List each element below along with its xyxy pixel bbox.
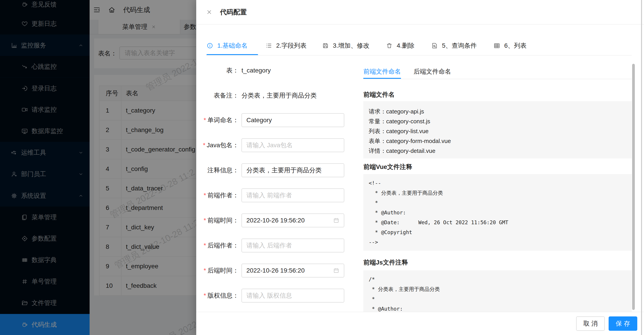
input-value: 2022-10-26 19:56:20	[246, 267, 305, 274]
drawer-title: 代码配置	[220, 0, 247, 24]
file-name-item: 列表：category-list.vue	[369, 126, 632, 136]
close-icon	[206, 9, 212, 15]
file-value: category-api.js	[386, 108, 424, 115]
required-asterisk: *	[203, 142, 206, 149]
calendar-icon	[333, 217, 339, 224]
input-placeholder: 请输入 后端作者	[246, 241, 292, 250]
step-tab-2[interactable]: 2.字段列表	[266, 37, 306, 54]
section-heading: 前端Vue文件注释	[363, 162, 412, 171]
step-label: 2.字段列表	[276, 41, 306, 50]
drawer-footer: 取 消 保 存	[196, 312, 644, 335]
steps-divider	[206, 55, 632, 55]
panel-tab-0[interactable]: 前端文件命名	[363, 64, 401, 79]
input-placeholder: 请输入 前端作者	[246, 191, 292, 200]
form-field-row: 注释信息： 分类表，主要用于商品分类	[196, 163, 353, 177]
form-label: *前端作者：	[197, 188, 239, 202]
form-label: *前端时间：	[197, 214, 239, 227]
cancel-button[interactable]: 取 消	[576, 317, 605, 331]
form-field-row: *单词命名： Category	[196, 113, 353, 127]
form-field-row: *Java包名： 请输入 Java包名	[196, 138, 353, 152]
file-name-item: 详情：category-detail.vue	[369, 146, 632, 156]
text-input-1[interactable]: 请输入 Java包名	[242, 138, 344, 152]
step-label: 3.增加、修改	[333, 41, 370, 50]
file-value: category-detail.vue	[386, 147, 436, 154]
static-value: 分类表，主要用于商品分类	[242, 89, 317, 102]
drawer-mask[interactable]	[0, 0, 196, 335]
input-value: 分类表，主要用于商品分类	[246, 166, 322, 175]
drawer-code-config: 代码配置 1.基础命名 2.字段列表 3.增加、修改 4.删除 5、查询条件 6…	[196, 0, 644, 335]
form-field-row: *前端作者： 请输入 前端作者	[196, 188, 353, 202]
calendar-icon	[333, 267, 339, 274]
required-asterisk: *	[204, 117, 206, 123]
file-value: category-list.vue	[386, 128, 428, 135]
input-value: Category	[246, 117, 272, 124]
text-input-7[interactable]: 请输入 版权信息	[242, 289, 344, 303]
step-label: 6、列表	[504, 41, 526, 50]
drawer-header: 代码配置	[196, 0, 644, 25]
input-placeholder: 请输入 版权信息	[246, 291, 292, 300]
input-value: 2022-10-26 19:56:20	[246, 217, 305, 224]
input-placeholder: 请输入 Java包名	[246, 141, 293, 149]
code-text: <!-- * 分类表，主要用于商品分类 * * @Author: * @Date…	[363, 174, 632, 247]
text-input-0[interactable]: Category	[242, 113, 344, 127]
form-static-row: 表： t_category	[196, 63, 353, 77]
required-asterisk: *	[204, 242, 206, 249]
file-label: 列表：	[369, 127, 386, 135]
panel-tab-1[interactable]: 后端文件命名	[414, 64, 451, 79]
form-static-row: 表备注： 分类表，主要用于商品分类	[196, 89, 353, 102]
table-icon	[494, 42, 500, 49]
section-heading: 前端Js文件注释	[363, 258, 408, 267]
app-root: 代码生成 菜单管理 参数配置 表名： 请输入表名关键字 序号 表名 1 t_ca…	[0, 0, 644, 335]
date-picker-4[interactable]: 2022-10-26 19:56:20	[242, 214, 344, 227]
text-input-5[interactable]: 请输入 后端作者	[242, 239, 344, 252]
drawer-scrollbar-thumb[interactable]	[632, 64, 635, 310]
page-scrollbar[interactable]	[641, 0, 642, 335]
form-field-row: *前端时间： 2022-10-26 19:56:20	[196, 214, 353, 227]
file-label: 表单：	[369, 137, 386, 145]
form-field-row: *后端作者： 请输入 后端作者	[196, 239, 353, 252]
form-label: *后端时间：	[197, 264, 239, 278]
file-name-list: 请求：category-api.js常量：category-const.js列表…	[363, 101, 632, 158]
file-name-item: 常量：category-const.js	[369, 116, 632, 126]
info-circle-icon	[206, 42, 213, 49]
date-picker-6[interactable]: 2022-10-26 19:56:20	[242, 264, 344, 278]
step-label: 4.删除	[397, 41, 414, 50]
file-name-item: 表单：category-form-modal.vue	[369, 136, 632, 146]
required-asterisk: *	[204, 192, 206, 199]
step-label: 5、查询条件	[442, 41, 477, 50]
file-value: category-const.js	[386, 118, 430, 125]
required-asterisk: *	[204, 292, 206, 299]
close-icon[interactable]	[206, 9, 212, 15]
step-tab-4[interactable]: 4.删除	[386, 37, 414, 54]
code-comment-block: /* * 分类表，主要用于商品分类 * * @Author:	[363, 270, 632, 312]
form-label: 表备注：	[197, 89, 239, 102]
form-field-row: *后端时间： 2022-10-26 19:56:20	[196, 264, 353, 278]
form-label: *单词命名：	[197, 113, 239, 127]
save-icon	[322, 42, 329, 49]
trash-icon	[386, 42, 393, 49]
required-asterisk: *	[204, 217, 206, 224]
text-input-3[interactable]: 请输入 前端作者	[242, 188, 344, 202]
form-label: 表：	[197, 63, 239, 77]
form-label: *版权信息：	[197, 289, 239, 303]
step-tab-6[interactable]: 6、列表	[494, 37, 526, 54]
form-field-row: *版权信息： 请输入 版权信息	[196, 289, 353, 303]
file-search-icon	[431, 42, 438, 49]
code-comment-block: <!-- * 分类表，主要用于商品分类 * * @Author: * @Date…	[363, 174, 632, 251]
section-heading: 前端文件名	[363, 90, 395, 99]
file-label: 详情：	[369, 147, 386, 155]
panel-tabs-divider	[363, 79, 632, 79]
text-input-2[interactable]: 分类表，主要用于商品分类	[242, 163, 344, 177]
file-label: 请求：	[369, 108, 386, 115]
step-tab-1[interactable]: 1.基础命名	[206, 37, 248, 54]
required-asterisk: *	[204, 267, 206, 274]
step-tab-5[interactable]: 5、查询条件	[431, 37, 477, 54]
file-label: 常量：	[369, 117, 386, 125]
form-label: 注释信息：	[197, 163, 239, 177]
list-icon	[266, 42, 272, 49]
save-button[interactable]: 保 存	[608, 317, 637, 331]
form-label: *后端作者：	[197, 239, 239, 252]
file-name-item: 请求：category-api.js	[369, 106, 632, 116]
step-tab-3[interactable]: 3.增加、修改	[322, 37, 370, 54]
step-label: 1.基础命名	[217, 41, 248, 50]
